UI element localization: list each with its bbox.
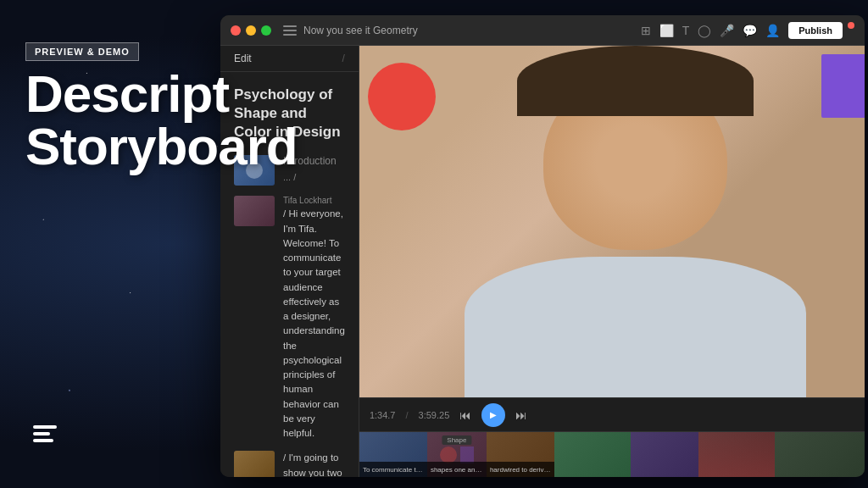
shapes-block: / I'm going to show you two shapes you t… xyxy=(234,451,345,477)
descript-logo xyxy=(30,420,60,454)
tifa-speaker: Tifa Lockhart xyxy=(283,196,345,205)
caption-bar-3: hardwired to derive meaning from shapes,… xyxy=(487,462,554,477)
time-separator: / xyxy=(406,410,409,420)
minimize-button[interactable] xyxy=(246,25,256,36)
shapes-thumbnail xyxy=(234,451,275,477)
hair xyxy=(517,46,754,116)
notification-dot xyxy=(848,22,854,29)
image-icon[interactable]: ⬜ xyxy=(659,24,674,37)
mic-icon[interactable]: 🎤 xyxy=(720,24,734,37)
shapes-text: / I'm going to show you two shapes you t… xyxy=(283,451,345,477)
caption-text-1: To communicate to your target audience..… xyxy=(363,466,424,474)
caption-bar-1: To communicate to your target audience..… xyxy=(359,462,427,477)
film-frame-2: Shape shapes one and shape two... xyxy=(427,432,487,477)
caption-text-2: shapes one and shape two... xyxy=(431,466,483,474)
shapes-icon[interactable]: ◯ xyxy=(698,24,711,37)
film-frame-5 xyxy=(631,432,698,477)
descript-logo-icon xyxy=(30,420,60,451)
text-icon[interactable]: T xyxy=(682,24,690,37)
shapes-body: / I'm going to show you two shapes you t… xyxy=(283,451,345,477)
shape-overlay xyxy=(368,63,436,130)
chat-icon[interactable]: 💬 xyxy=(743,24,757,37)
svg-rect-0 xyxy=(33,425,57,429)
video-preview xyxy=(359,46,865,397)
main-area: Edit / Psychology of Shape and Color in … xyxy=(220,46,865,477)
svg-rect-1 xyxy=(33,432,50,435)
grid-icon[interactable]: ⊞ xyxy=(641,24,651,37)
shape-tag: Shape xyxy=(442,435,471,445)
tifa-thumbnail xyxy=(234,196,275,226)
traffic-lights xyxy=(231,25,271,36)
purple-rect-shape xyxy=(821,54,865,118)
window-title: Now you see it Geometry xyxy=(303,25,634,36)
body xyxy=(465,257,806,397)
play-button[interactable]: ▶ xyxy=(481,403,505,427)
publish-button[interactable]: Publish xyxy=(788,22,843,39)
caption-bar-2: shapes one and shape two... xyxy=(427,462,487,477)
caption-text-3: hardwired to derive meaning from shapes,… xyxy=(490,466,551,474)
tifa-block: Tifa Lockhart / Hi everyone, I'm Tifa. W… xyxy=(234,196,345,441)
svg-rect-2 xyxy=(33,439,53,442)
settings-button[interactable]: ⋮ xyxy=(863,408,865,422)
brand-title-line2: Storyboard xyxy=(25,120,298,173)
playback-controls: 1:34.7 / 3:59.25 ⏮ ▶ ⏭ ⋮ xyxy=(359,397,865,431)
edit-slash: / xyxy=(342,53,345,64)
film-frame-7 xyxy=(775,432,865,477)
filmstrip-track: To communicate to your target audience..… xyxy=(359,432,865,477)
menu-icon[interactable] xyxy=(283,25,297,36)
preview-badge: PREVIEW & DEMO xyxy=(25,42,139,61)
tifa-text: Tifa Lockhart / Hi everyone, I'm Tifa. W… xyxy=(283,196,345,441)
forward-button[interactable]: ⏭ xyxy=(515,408,527,422)
rewind-button[interactable]: ⏮ xyxy=(459,408,471,422)
current-time: 1:34.7 xyxy=(370,410,396,420)
brand-title: Descript Storyboard xyxy=(25,68,298,173)
red-circle-shape xyxy=(368,63,436,130)
branding-area: PREVIEW & DEMO Descript Storyboard xyxy=(25,42,298,173)
user-icon[interactable]: 👤 xyxy=(765,24,780,37)
film-frame-4 xyxy=(554,432,631,477)
film-frame-6 xyxy=(698,432,775,477)
tifa-body: / Hi everyone, I'm Tifa. Welcome! To com… xyxy=(283,207,345,441)
filmstrip: To communicate to your target audience..… xyxy=(359,431,865,477)
close-button[interactable] xyxy=(231,25,241,36)
toolbar-icons: ⊞ ⬜ T ◯ 🎤 💬 👤 Publish xyxy=(641,22,854,39)
film-frame-1: To communicate to your target audience..… xyxy=(359,432,427,477)
title-bar: Now you see it Geometry ⊞ ⬜ T ◯ 🎤 💬 👤 Pu… xyxy=(220,15,865,46)
film-frame-3: hardwired to derive meaning from shapes,… xyxy=(487,432,554,477)
total-time: 3:59.25 xyxy=(419,410,450,420)
maximize-button[interactable] xyxy=(261,25,271,36)
brand-title-line1: Descript xyxy=(25,68,298,120)
app-window: Now you see it Geometry ⊞ ⬜ T ◯ 🎤 💬 👤 Pu… xyxy=(220,15,865,477)
video-panel: 1:34.7 / 3:59.25 ⏮ ▶ ⏭ ⋮ To communicate … xyxy=(359,46,865,477)
